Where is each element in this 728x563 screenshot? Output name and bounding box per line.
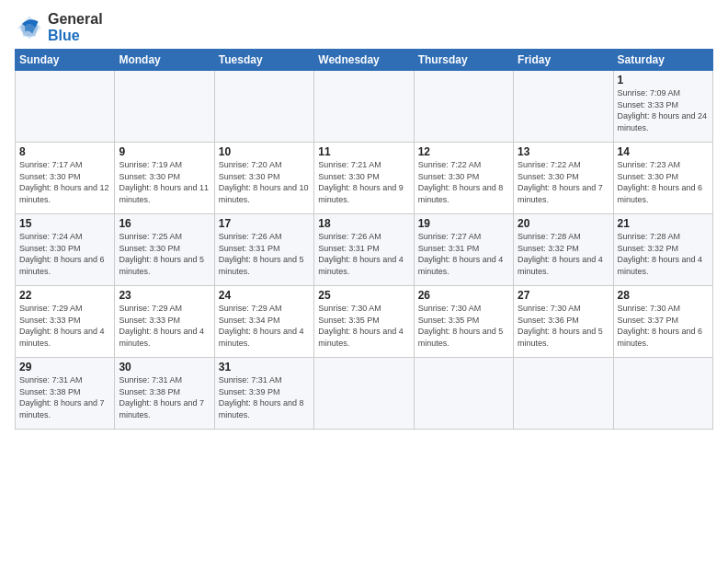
calendar-weekday-monday: Monday [115,50,214,71]
calendar-cell: 20Sunrise: 7:28 AMSunset: 3:32 PMDayligh… [514,214,613,286]
day-number: 12 [418,145,509,158]
day-number: 18 [318,217,409,230]
day-number: 23 [119,289,210,302]
calendar-cell [214,71,313,143]
calendar-cell: 13Sunrise: 7:22 AMSunset: 3:30 PMDayligh… [514,143,613,214]
calendar-cell [613,358,712,430]
day-info: Sunrise: 7:21 AMSunset: 3:30 PMDaylight:… [318,160,404,204]
calendar-weekday-saturday: Saturday [613,50,712,71]
calendar-cell [514,358,613,430]
day-number: 25 [318,289,409,302]
day-info: Sunrise: 7:30 AMSunset: 3:35 PMDaylight:… [318,304,404,348]
day-info: Sunrise: 7:29 AMSunset: 3:34 PMDaylight:… [219,304,304,348]
day-info: Sunrise: 7:22 AMSunset: 3:30 PMDaylight:… [518,160,603,204]
day-info: Sunrise: 7:22 AMSunset: 3:30 PMDaylight:… [418,160,504,204]
day-info: Sunrise: 7:19 AMSunset: 3:30 PMDaylight:… [119,160,209,204]
calendar-week-row: 29Sunrise: 7:31 AMSunset: 3:38 PMDayligh… [16,358,713,430]
day-info: Sunrise: 7:29 AMSunset: 3:33 PMDaylight:… [119,304,204,348]
day-number: 1 [618,74,709,86]
day-info: Sunrise: 7:26 AMSunset: 3:31 PMDaylight:… [219,232,304,276]
day-number: 21 [618,217,709,230]
calendar-cell: 1Sunrise: 7:09 AMSunset: 3:33 PMDaylight… [613,71,712,143]
day-number: 11 [318,145,409,158]
day-info: Sunrise: 7:30 AMSunset: 3:36 PMDaylight:… [518,304,603,348]
calendar-cell: 9Sunrise: 7:19 AMSunset: 3:30 PMDaylight… [115,143,214,214]
calendar-weekday-wednesday: Wednesday [314,50,414,71]
day-info: Sunrise: 7:28 AMSunset: 3:32 PMDaylight:… [518,232,603,276]
day-number: 13 [518,145,609,158]
calendar-weekday-friday: Friday [514,50,613,71]
calendar-week-row: 22Sunrise: 7:29 AMSunset: 3:33 PMDayligh… [16,286,713,358]
day-number: 9 [119,145,210,158]
calendar-cell: 10Sunrise: 7:20 AMSunset: 3:30 PMDayligh… [214,143,313,214]
day-info: Sunrise: 7:29 AMSunset: 3:33 PMDaylight:… [19,304,105,348]
day-info: Sunrise: 7:31 AMSunset: 3:39 PMDaylight:… [219,375,304,419]
day-info: Sunrise: 7:26 AMSunset: 3:31 PMDaylight:… [318,232,404,276]
day-number: 26 [418,289,509,302]
calendar-cell: 16Sunrise: 7:25 AMSunset: 3:30 PMDayligh… [115,214,214,286]
day-number: 30 [119,361,210,373]
calendar-cell [16,71,115,143]
calendar-week-row: 15Sunrise: 7:24 AMSunset: 3:30 PMDayligh… [16,214,713,286]
calendar-cell [414,358,513,430]
calendar-cell: 15Sunrise: 7:24 AMSunset: 3:30 PMDayligh… [16,214,115,286]
day-info: Sunrise: 7:23 AMSunset: 3:30 PMDaylight:… [618,160,703,204]
day-info: Sunrise: 7:31 AMSunset: 3:38 PMDaylight:… [119,375,204,419]
day-number: 10 [219,145,310,158]
day-info: Sunrise: 7:24 AMSunset: 3:30 PMDaylight:… [19,232,105,276]
day-number: 20 [518,217,609,230]
calendar-weekday-sunday: Sunday [16,50,115,71]
day-info: Sunrise: 7:30 AMSunset: 3:35 PMDaylight:… [418,304,504,348]
calendar-cell: 14Sunrise: 7:23 AMSunset: 3:30 PMDayligh… [613,143,712,214]
day-info: Sunrise: 7:17 AMSunset: 3:30 PMDaylight:… [19,160,109,204]
day-info: Sunrise: 7:30 AMSunset: 3:37 PMDaylight:… [618,304,703,348]
calendar-cell: 19Sunrise: 7:27 AMSunset: 3:31 PMDayligh… [414,214,513,286]
day-info: Sunrise: 7:25 AMSunset: 3:30 PMDaylight:… [119,232,204,276]
calendar-weekday-thursday: Thursday [414,50,513,71]
calendar-cell: 18Sunrise: 7:26 AMSunset: 3:31 PMDayligh… [314,214,414,286]
calendar-cell: 28Sunrise: 7:30 AMSunset: 3:37 PMDayligh… [613,286,712,358]
page: General Blue SundayMondayTuesdayWednesda… [0,0,728,563]
day-number: 15 [19,217,110,230]
calendar-cell: 21Sunrise: 7:28 AMSunset: 3:32 PMDayligh… [613,214,712,286]
logo: General Blue [15,11,103,43]
day-info: Sunrise: 7:09 AMSunset: 3:33 PMDaylight:… [618,88,708,132]
day-info: Sunrise: 7:27 AMSunset: 3:31 PMDaylight:… [418,232,504,276]
calendar-cell: 30Sunrise: 7:31 AMSunset: 3:38 PMDayligh… [115,358,214,430]
calendar-table: SundayMondayTuesdayWednesdayThursdayFrid… [15,49,713,430]
calendar-cell: 24Sunrise: 7:29 AMSunset: 3:34 PMDayligh… [214,286,313,358]
day-number: 17 [219,217,310,230]
day-number: 19 [418,217,509,230]
day-number: 27 [518,289,609,302]
day-number: 8 [19,145,110,158]
calendar-cell: 29Sunrise: 7:31 AMSunset: 3:38 PMDayligh… [16,358,115,430]
day-number: 14 [618,145,709,158]
calendar-week-row: 8Sunrise: 7:17 AMSunset: 3:30 PMDaylight… [16,143,713,214]
calendar-cell: 25Sunrise: 7:30 AMSunset: 3:35 PMDayligh… [314,286,414,358]
calendar-week-row: 1Sunrise: 7:09 AMSunset: 3:33 PMDaylight… [16,71,713,143]
calendar-cell: 11Sunrise: 7:21 AMSunset: 3:30 PMDayligh… [314,143,414,214]
calendar-weekday-tuesday: Tuesday [214,50,313,71]
logo-text: General Blue [48,11,103,43]
calendar-cell: 23Sunrise: 7:29 AMSunset: 3:33 PMDayligh… [115,286,214,358]
day-number: 31 [219,361,310,373]
day-number: 28 [618,289,709,302]
day-number: 22 [19,289,110,302]
calendar-cell [414,71,513,143]
calendar-cell [314,71,414,143]
calendar-cell: 12Sunrise: 7:22 AMSunset: 3:30 PMDayligh… [414,143,513,214]
day-info: Sunrise: 7:31 AMSunset: 3:38 PMDaylight:… [19,375,105,419]
day-number: 24 [219,289,310,302]
calendar-cell [115,71,214,143]
calendar-cell [314,358,414,430]
logo-icon [15,13,44,42]
day-info: Sunrise: 7:20 AMSunset: 3:30 PMDaylight:… [219,160,309,204]
header: General Blue [15,11,713,43]
calendar-header-row: SundayMondayTuesdayWednesdayThursdayFrid… [16,50,713,71]
calendar-cell: 8Sunrise: 7:17 AMSunset: 3:30 PMDaylight… [16,143,115,214]
calendar-cell [514,71,613,143]
calendar-cell: 22Sunrise: 7:29 AMSunset: 3:33 PMDayligh… [16,286,115,358]
calendar-cell: 26Sunrise: 7:30 AMSunset: 3:35 PMDayligh… [414,286,513,358]
day-number: 29 [19,361,110,373]
calendar-cell: 31Sunrise: 7:31 AMSunset: 3:39 PMDayligh… [214,358,313,430]
